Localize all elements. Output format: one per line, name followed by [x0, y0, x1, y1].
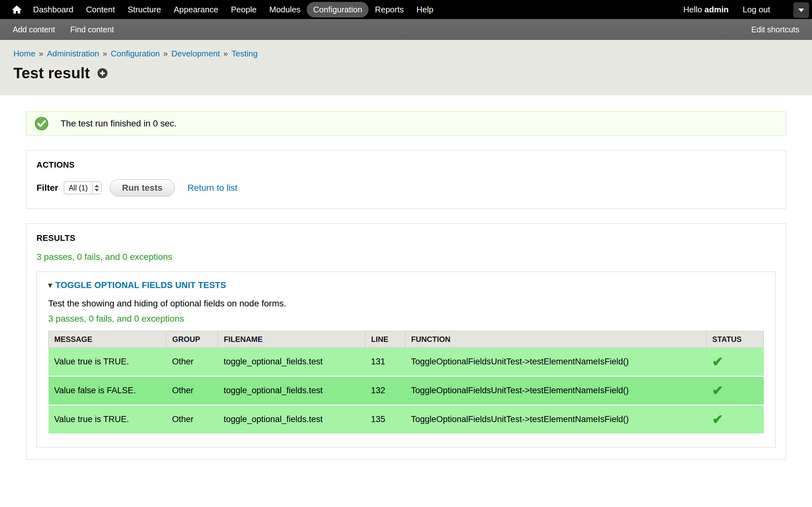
breadcrumb-link-administration[interactable]: Administration	[47, 49, 99, 58]
test-group-legend-text: TOGGLE OPTIONAL FIELDS UNIT TESTS	[55, 280, 226, 290]
greeting-text: Hello admin	[683, 5, 728, 14]
breadcrumb-separator: »	[39, 49, 43, 58]
cell-function: ToggleOptionalFieldsUnitTest->testElemen…	[405, 405, 706, 434]
status-ok-icon	[35, 117, 49, 130]
cell-group: Other	[166, 405, 218, 434]
toolbar-item-structure[interactable]: Structure	[121, 2, 167, 17]
toolbar-item-configuration[interactable]: Configuration	[307, 2, 368, 17]
column-header-filename: FILENAME	[218, 331, 365, 348]
cell-filename: toggle_optional_fields.test	[218, 376, 365, 405]
actions-fieldset: ACTIONS Filter All (1) Run tests Return …	[26, 150, 786, 209]
table-row: Value false is FALSE.Othertoggle_optiona…	[49, 376, 764, 405]
breadcrumb-separator: »	[103, 49, 107, 58]
filter-select-value: All (1)	[64, 182, 92, 194]
cell-message: Value false is FALSE.	[49, 376, 166, 405]
toolbar-item-people[interactable]: People	[224, 2, 263, 17]
filter-row: Filter All (1) Run tests Return to list	[37, 179, 775, 196]
toolbar-item-help[interactable]: Help	[410, 2, 440, 17]
pass-check-icon: ✔	[712, 412, 723, 427]
logout-link[interactable]: Log out	[743, 5, 770, 14]
cell-status: ✔	[706, 405, 763, 434]
cell-status: ✔	[706, 376, 763, 405]
results-table: MESSAGEGROUPFILENAMELINEFUNCTIONSTATUS V…	[48, 331, 764, 435]
toolbar-item-reports[interactable]: Reports	[368, 2, 410, 17]
test-group-summary: 3 passes, 0 fails, and 0 exceptions	[48, 314, 764, 324]
page-title: Test result	[13, 64, 90, 82]
home-icon[interactable]	[11, 4, 22, 15]
cell-status: ✔	[706, 348, 763, 376]
status-message-text: The test run finished in 0 sec.	[61, 118, 177, 129]
results-summary: 3 passes, 0 fails, and 0 exceptions	[37, 252, 775, 262]
cell-filename: toggle_optional_fields.test	[218, 405, 365, 434]
breadcrumb-link-development[interactable]: Development	[171, 49, 220, 58]
return-to-list-link[interactable]: Return to list	[188, 183, 237, 193]
cell-message: Value true is TRUE.	[49, 405, 166, 434]
shortcut-bar: Add contentFind content Edit shortcuts	[0, 19, 812, 40]
toolbar-item-appearance[interactable]: Appearance	[167, 2, 224, 17]
toolbar-user-area: Hello admin Log out	[683, 5, 770, 14]
cell-function: ToggleOptionalFieldsUnitTest->testElemen…	[405, 348, 706, 376]
chevron-down-icon	[798, 9, 804, 12]
cell-function: ToggleOptionalFieldsUnitTest->testElemen…	[405, 376, 706, 405]
cell-group: Other	[166, 376, 218, 405]
toolbar-item-content[interactable]: Content	[80, 2, 121, 17]
page: DashboardContentStructureAppearancePeopl…	[0, 0, 812, 460]
breadcrumb-link-configuration[interactable]: Configuration	[111, 49, 160, 58]
run-tests-button[interactable]: Run tests	[110, 179, 175, 196]
breadcrumb: Home»Administration»Configuration»Develo…	[13, 49, 799, 59]
column-header-function: FUNCTION	[405, 331, 706, 348]
table-row: Value true is TRUE.Othertoggle_optional_…	[49, 405, 764, 434]
breadcrumb-link-testing[interactable]: Testing	[232, 49, 258, 58]
column-header-status: STATUS	[706, 331, 763, 348]
table-header-row: MESSAGEGROUPFILENAMELINEFUNCTIONSTATUS	[49, 331, 764, 348]
select-stepper-icon	[92, 182, 101, 194]
main-content: The test run finished in 0 sec. ACTIONS …	[0, 112, 812, 460]
shortcut-item-add-content[interactable]: Add content	[13, 25, 55, 34]
filter-select[interactable]: All (1)	[64, 181, 101, 194]
column-header-group: GROUP	[166, 331, 218, 348]
test-group-fieldset: ▾ TOGGLE OPTIONAL FIELDS UNIT TESTS Test…	[37, 272, 775, 447]
add-shortcut-icon[interactable]	[97, 67, 108, 79]
admin-toolbar: DashboardContentStructureAppearancePeopl…	[0, 0, 812, 19]
toolbar-item-modules[interactable]: Modules	[263, 2, 307, 17]
cell-line: 135	[365, 405, 405, 434]
shortcut-menu: Add contentFind content	[13, 25, 114, 34]
cell-line: 132	[365, 376, 405, 405]
filter-label: Filter	[37, 183, 58, 193]
toolbar-item-dashboard[interactable]: Dashboard	[27, 2, 80, 17]
breadcrumb-separator: »	[163, 49, 168, 58]
title-row: Test result	[13, 64, 799, 82]
pass-check-icon: ✔	[712, 354, 723, 369]
edit-shortcuts-link[interactable]: Edit shortcuts	[751, 25, 799, 34]
shortcut-item-find-content[interactable]: Find content	[70, 25, 114, 34]
column-header-message: MESSAGE	[49, 331, 166, 348]
page-header-band: Home»Administration»Configuration»Develo…	[0, 40, 812, 95]
cell-line: 131	[365, 348, 405, 376]
pass-check-icon: ✔	[712, 383, 723, 398]
home-icon-glyph	[11, 4, 22, 15]
cell-filename: toggle_optional_fields.test	[218, 348, 365, 376]
results-fieldset: RESULTS 3 passes, 0 fails, and 0 excepti…	[26, 223, 786, 460]
breadcrumb-link-home[interactable]: Home	[13, 49, 35, 58]
column-header-line: LINE	[365, 331, 405, 348]
toolbar-menu: DashboardContentStructureAppearancePeopl…	[27, 2, 440, 17]
plus-circle-icon	[97, 67, 108, 79]
collapse-arrow-icon: ▾	[48, 281, 52, 290]
toolbar-toggle-button[interactable]	[794, 3, 809, 18]
greeting-prefix: Hello	[683, 5, 702, 14]
status-message: The test run finished in 0 sec.	[26, 112, 786, 135]
cell-message: Value true is TRUE.	[49, 348, 166, 376]
table-row: Value true is TRUE.Othertoggle_optional_…	[49, 348, 764, 376]
username: admin	[705, 5, 729, 14]
cell-group: Other	[166, 348, 218, 376]
test-group-description: Test the showing and hiding of optional …	[48, 298, 764, 308]
actions-legend: ACTIONS	[37, 160, 775, 170]
test-group-legend[interactable]: ▾ TOGGLE OPTIONAL FIELDS UNIT TESTS	[48, 280, 226, 290]
results-legend: RESULTS	[37, 233, 775, 243]
breadcrumb-separator: »	[223, 49, 228, 58]
table-body: Value true is TRUE.Othertoggle_optional_…	[49, 348, 764, 434]
